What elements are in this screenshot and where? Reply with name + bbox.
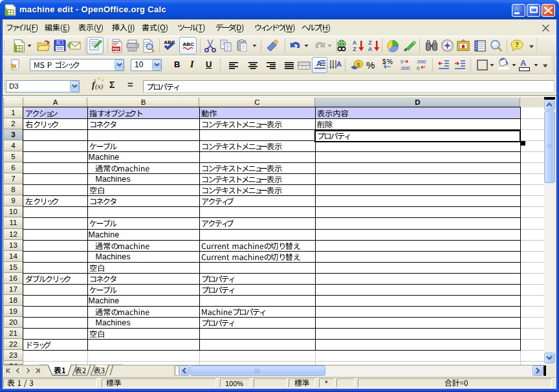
svg-text:A: A (353, 39, 357, 46)
svg-text:.000: .000 (416, 59, 426, 65)
svg-text:Z: Z (353, 46, 356, 52)
svg-text:0: 0 (417, 65, 420, 71)
svg-text:A: A (368, 46, 373, 52)
svg-text:%: % (387, 58, 393, 65)
svg-text:A: A (336, 60, 342, 68)
svg-text:PDF: PDF (113, 47, 120, 51)
svg-text:.000: .000 (400, 65, 410, 71)
svg-text:$: $ (382, 58, 386, 65)
svg-text:ABC: ABC (182, 41, 194, 47)
svg-text:0: 0 (400, 59, 404, 65)
svg-text:Z: Z (368, 39, 372, 46)
svg-text:?: ? (515, 40, 519, 49)
svg-text:$: $ (356, 61, 360, 68)
